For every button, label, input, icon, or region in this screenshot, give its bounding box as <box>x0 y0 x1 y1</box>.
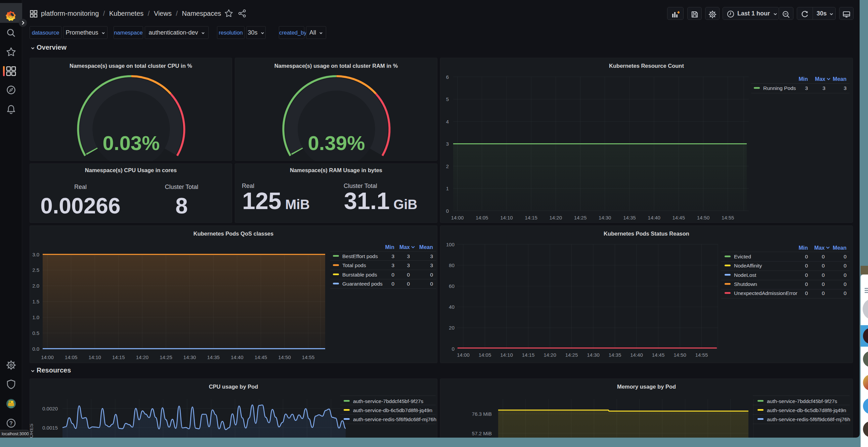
svg-text:BestEffort pods: BestEffort pods <box>342 253 378 259</box>
svg-text:0: 0 <box>805 254 808 260</box>
svg-text:0: 0 <box>822 254 825 260</box>
svg-text:0: 0 <box>430 281 433 286</box>
svg-text:14:40: 14:40 <box>648 215 660 220</box>
svg-text:0: 0 <box>391 272 394 278</box>
svg-text:0: 0 <box>407 281 410 286</box>
svg-text:3.0: 3.0 <box>32 252 39 257</box>
svg-text:Mean: Mean <box>419 244 433 250</box>
svg-text:14:55: 14:55 <box>695 352 708 358</box>
svg-text:Max: Max <box>399 244 410 250</box>
svg-text:3: 3 <box>843 85 846 91</box>
svg-text:14:20: 14:20 <box>136 354 149 360</box>
svg-text:14:35: 14:35 <box>207 354 220 360</box>
svg-text:60: 60 <box>449 283 455 289</box>
svg-text:14:05: 14:05 <box>476 215 488 220</box>
svg-text:14:30: 14:30 <box>598 215 611 220</box>
svg-text:0: 0 <box>843 272 846 278</box>
svg-text:14:45: 14:45 <box>652 352 665 358</box>
svg-text:14:20: 14:20 <box>544 352 556 358</box>
svg-text:14:20: 14:20 <box>550 215 562 220</box>
svg-text:NodeLost: NodeLost <box>734 272 756 278</box>
svg-text:14:25: 14:25 <box>574 215 587 220</box>
svg-text:0: 0 <box>843 281 846 287</box>
svg-text:3: 3 <box>430 253 433 259</box>
svg-text:0.0015: 0.0015 <box>42 425 58 431</box>
svg-text:14:55: 14:55 <box>721 215 734 220</box>
svg-text:14:15: 14:15 <box>525 215 537 220</box>
svg-text:4: 4 <box>446 119 449 125</box>
svg-text:14:10: 14:10 <box>500 352 513 358</box>
svg-text:Mean: Mean <box>833 245 846 251</box>
svg-text:100: 100 <box>446 242 455 247</box>
svg-text:14:50: 14:50 <box>697 215 710 220</box>
svg-text:40: 40 <box>449 304 455 310</box>
svg-text:14:10: 14:10 <box>500 215 513 220</box>
svg-text:Running Pods: Running Pods <box>763 85 796 91</box>
svg-text:0.5: 0.5 <box>32 330 39 336</box>
svg-text:Burstable pods: Burstable pods <box>342 272 377 278</box>
svg-text:14:30: 14:30 <box>183 354 196 360</box>
svg-text:0: 0 <box>452 346 455 352</box>
svg-text:NodeAffinity: NodeAffinity <box>734 263 762 269</box>
svg-text:5: 5 <box>446 96 449 102</box>
svg-text:0: 0 <box>843 290 846 296</box>
svg-text:Evicted: Evicted <box>734 254 751 260</box>
svg-text:3: 3 <box>446 141 449 147</box>
svg-text:Max: Max <box>815 76 825 82</box>
svg-text:14:35: 14:35 <box>609 352 621 358</box>
svg-text:0: 0 <box>391 281 394 286</box>
svg-text:1: 1 <box>446 185 449 191</box>
svg-text:14:25: 14:25 <box>565 352 578 358</box>
svg-text:14:40: 14:40 <box>231 354 244 360</box>
svg-text:Mean: Mean <box>833 76 846 82</box>
svg-text:76.3 MiB: 76.3 MiB <box>472 411 492 417</box>
svg-text:3: 3 <box>822 85 825 91</box>
svg-text:0.03%: 0.03% <box>102 132 160 154</box>
svg-text:0: 0 <box>446 208 449 214</box>
svg-text:14:25: 14:25 <box>160 354 172 360</box>
svg-text:UnexpectedAdmissionError: UnexpectedAdmissionError <box>734 290 798 296</box>
svg-text:14:05: 14:05 <box>65 354 78 360</box>
svg-text:0: 0 <box>843 254 846 260</box>
svg-text:0.0020: 0.0020 <box>42 406 58 411</box>
svg-text:14:00: 14:00 <box>41 354 54 360</box>
svg-text:3: 3 <box>805 85 808 91</box>
svg-text:0: 0 <box>430 272 433 278</box>
svg-text:14:40: 14:40 <box>630 352 643 358</box>
svg-text:CORES: CORES <box>30 423 34 438</box>
svg-text:Min: Min <box>799 76 808 82</box>
svg-text:3: 3 <box>407 253 410 259</box>
svg-text:auth-service-redis-5f6f9dc68f-: auth-service-redis-5f6f9dc68f-mj76h <box>353 416 436 422</box>
svg-text:14:35: 14:35 <box>623 215 636 220</box>
svg-text:0.39%: 0.39% <box>308 132 365 154</box>
svg-text:14:00: 14:00 <box>451 215 464 220</box>
svg-text:0: 0 <box>822 272 825 278</box>
svg-text:0: 0 <box>822 281 825 287</box>
svg-text:0: 0 <box>805 272 808 278</box>
svg-text:auth-service-db-6c5db7d8f8-jq4: auth-service-db-6c5db7d8f8-jq49n <box>767 407 846 413</box>
svg-text:1.0: 1.0 <box>32 314 39 320</box>
svg-text:14:50: 14:50 <box>674 352 686 358</box>
svg-text:14:45: 14:45 <box>673 215 685 220</box>
svg-text:2.5: 2.5 <box>32 267 39 273</box>
svg-text:0: 0 <box>822 290 825 296</box>
svg-text:Total pods: Total pods <box>342 263 366 268</box>
svg-text:14:10: 14:10 <box>88 354 101 360</box>
svg-text:3: 3 <box>407 263 410 268</box>
svg-text:14:15: 14:15 <box>112 354 125 360</box>
svg-text:auth-service-7bddcf45bf-9f27s: auth-service-7bddcf45bf-9f27s <box>353 398 424 404</box>
svg-text:3: 3 <box>391 263 394 268</box>
svg-text:0: 0 <box>407 272 410 278</box>
svg-text:14:05: 14:05 <box>479 352 491 358</box>
svg-text:Guaranteed pods: Guaranteed pods <box>342 281 382 286</box>
svg-text:0: 0 <box>805 263 808 269</box>
svg-text:0: 0 <box>805 290 808 296</box>
svg-text:14:55: 14:55 <box>302 354 315 360</box>
svg-text:14:50: 14:50 <box>278 354 291 360</box>
svg-text:14:00: 14:00 <box>457 352 470 358</box>
svg-text:0.0: 0.0 <box>32 346 39 352</box>
svg-text:3: 3 <box>391 253 394 259</box>
svg-text:auth-service-7bddcf45bf-9f27s: auth-service-7bddcf45bf-9f27s <box>767 398 837 404</box>
svg-text:14:30: 14:30 <box>587 352 599 358</box>
svg-text:?: ? <box>9 420 13 426</box>
